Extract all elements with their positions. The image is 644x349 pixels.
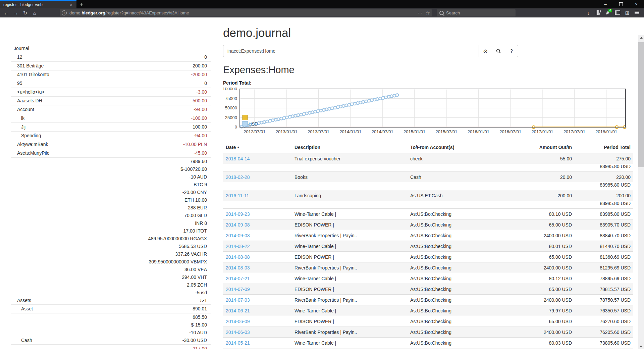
home-icon[interactable]: ⌂ (30, 10, 39, 16)
transaction-date-link[interactable]: 2014-09-23 (226, 211, 250, 217)
transaction-date-link[interactable]: 2014-07-09 (226, 287, 250, 292)
sidebar-account-link[interactable]: Aktywa:mBank (11, 140, 48, 149)
new-tab-button[interactable]: + (76, 0, 87, 8)
restore-icon (619, 2, 623, 6)
extension-icon[interactable]: 0 (604, 10, 611, 16)
site-info-icon[interactable]: i (62, 10, 67, 15)
transaction-date-link[interactable]: 2014-06-21 (226, 308, 250, 313)
page-actions-icon[interactable]: ⋯ (418, 10, 422, 15)
period-total-chart[interactable]: 02500050000750001000002012/07/012013/01/… (223, 88, 633, 137)
clear-query-button[interactable]: ⊗ (479, 45, 492, 57)
back-icon[interactable]: ← (2, 10, 11, 16)
col-header-period-total[interactable]: Period Total (575, 142, 633, 153)
sidebar-account-row: Asset890.01 (11, 305, 211, 313)
sidebars-icon[interactable] (614, 10, 621, 16)
amount-cell: 65.00 USD (518, 252, 575, 262)
account-balance: -3.00 (196, 88, 211, 96)
menu-icon[interactable] (633, 10, 641, 16)
reload-icon[interactable]: ↻ (21, 10, 30, 16)
transaction-date-link[interactable]: 2014-05-21 (226, 340, 250, 346)
journal-link[interactable]: Journal (11, 44, 29, 53)
date-cell: 2014-08-08 (223, 252, 292, 262)
tab-close-icon[interactable]: × (68, 2, 74, 7)
transaction-date-link[interactable]: 2018-04-14 (226, 156, 250, 161)
query-input[interactable] (223, 45, 479, 57)
sidebar-account-link[interactable]: Asset (11, 305, 33, 313)
sidebar-account-link[interactable]: 95 (11, 79, 22, 88)
sidebar-account-link[interactable]: Jij (11, 123, 25, 131)
date-cell: 2014-06-21 (223, 305, 292, 316)
data-point (303, 113, 305, 115)
data-point (328, 107, 331, 110)
col-header-description[interactable]: Description (292, 142, 408, 153)
transaction-date-link[interactable]: 2014-09-03 (226, 233, 250, 238)
col-header-account[interactable]: To/From Account(s) (408, 142, 518, 153)
date-cell: 2014-08-03 (223, 262, 292, 273)
period-total-cell: 73805.60 USD (575, 338, 633, 348)
account-cell: As:US:Bo:Checking (408, 241, 518, 252)
url-bar[interactable]: i demo.hledger.org/register?q=inacct%3AE… (60, 9, 432, 16)
transaction-date-link[interactable]: 2014-08-08 (226, 254, 250, 260)
account-cell: As:US:Bo:Checking (408, 295, 518, 305)
register-row: 2014-05-21Wine-Tarner Cable |As:US:Bo:Ch… (223, 338, 633, 348)
y-tick-label: 75000 (225, 96, 237, 101)
window-controls: – × (598, 0, 644, 8)
account-cell: As:US:Bo:Checking (408, 284, 518, 295)
page-content: Journal 120301 Beiträge200.004101 Giroko… (0, 17, 644, 349)
data-point (305, 112, 308, 115)
sidebar-account-link[interactable]: Assets (11, 297, 31, 304)
sidebar-account-link[interactable]: lk (11, 114, 24, 122)
transaction-date-link[interactable]: 2014-08-03 (226, 265, 250, 270)
sidebar-account-link[interactable]: Account (11, 105, 34, 114)
account-cell: As:US:Bo:Checking (408, 219, 518, 230)
sidebar-account-link[interactable]: Spending (11, 132, 41, 140)
sidebar-account-link[interactable]: Cash (11, 337, 32, 344)
browser-tab[interactable]: register - hledger-web × (0, 0, 76, 8)
transaction-date-link[interactable]: 2014-06-09 (226, 319, 250, 324)
transaction-date-link[interactable]: 2014-08-22 (226, 244, 250, 249)
sidebar-account-link[interactable]: 12 (11, 53, 22, 61)
col-header-date[interactable]: Date▲ (223, 142, 292, 153)
close-button[interactable]: × (629, 0, 644, 8)
amount-cell: 65.00 USD (518, 316, 575, 327)
description-cell: RiverBank Properties | Payin.. (292, 262, 408, 273)
data-point (319, 109, 322, 112)
transaction-date-link[interactable]: 2018-02-28 (226, 174, 250, 180)
transaction-date-link[interactable]: 2014-06-03 (226, 330, 250, 335)
browser-search-field[interactable]: Search (437, 9, 516, 16)
journal-row: Journal (11, 44, 211, 53)
data-point (376, 98, 379, 100)
scrollbar-thumb[interactable] (638, 42, 644, 167)
scroll-up-button[interactable] (638, 35, 644, 41)
sidebar-account-link[interactable]: Asets:MunyPile (11, 149, 49, 157)
transaction-date-link[interactable]: 2016-11-11 (226, 193, 249, 198)
transaction-date-link[interactable]: 2014-09-08 (226, 222, 250, 228)
search-button[interactable] (492, 45, 505, 57)
sidebar-account-row: Jij100.00 (11, 123, 211, 132)
page-scrollbar[interactable] (638, 35, 644, 349)
data-point (351, 103, 353, 105)
sidebar-account-link[interactable]: <u>hello</u> (11, 88, 45, 96)
date-cell: 2014-06-09 (223, 316, 292, 327)
transaction-date-link[interactable]: 2014-07-03 (226, 297, 250, 303)
library-icon[interactable] (594, 10, 602, 16)
date-cell: 2014-08-22 (223, 241, 292, 252)
sidebar-account-link[interactable]: 301 Beiträge (11, 62, 44, 70)
download-icon[interactable]: ↓ (585, 10, 592, 16)
grid-add-icon[interactable]: ⊞ (624, 10, 631, 16)
register-row: 2014-08-08EDISON POWER |As:US:Bo:Checkin… (223, 252, 633, 262)
restore-button[interactable] (613, 0, 629, 8)
sidebar-account-link[interactable]: 4101 Girokonto (11, 70, 49, 79)
register-row-total-line: 83985.80 USD (223, 182, 633, 190)
minimize-button[interactable]: – (598, 0, 613, 8)
col-header-amount[interactable]: Amount Out/In (518, 142, 575, 153)
period-total-cell: 83905.70 USD (575, 219, 633, 230)
transaction-date-link[interactable]: 2014-07-21 (226, 276, 250, 281)
account-cell: As:US:Bo:Checking (408, 230, 518, 241)
forward-icon[interactable]: → (11, 10, 20, 16)
sidebar-account-link[interactable]: Aaasets:DH (11, 97, 42, 105)
bookmark-star-icon[interactable]: ☆ (426, 10, 430, 16)
data-point (280, 117, 283, 120)
scroll-down-icon[interactable] (640, 346, 642, 347)
help-button[interactable]: ? (505, 45, 518, 57)
